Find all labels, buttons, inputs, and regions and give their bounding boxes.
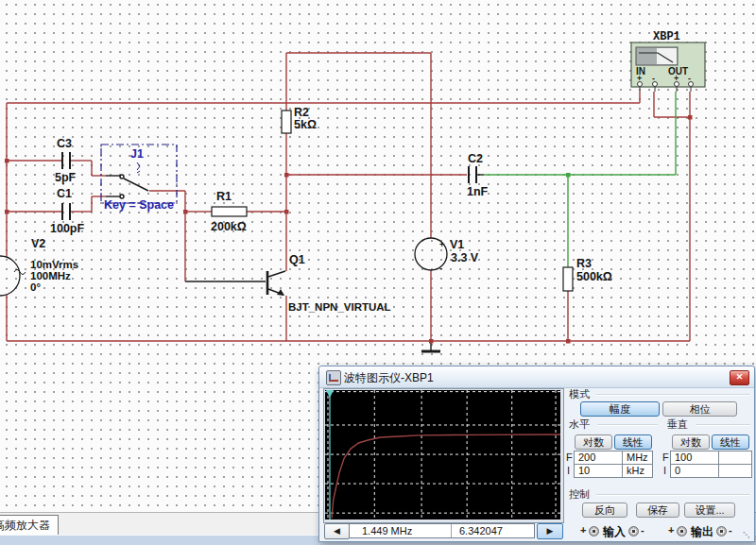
capacitor-c3 <box>62 152 70 169</box>
xbp1-in-minus: - <box>652 74 655 83</box>
vertical-i-value[interactable]: 0 <box>670 464 719 478</box>
horizontal-i-label: I <box>567 465 570 476</box>
xbp1-in-plus: + <box>637 74 642 83</box>
vertical-log-button[interactable]: 对数 <box>672 434 710 450</box>
r3-ref[interactable]: R3 <box>576 257 592 270</box>
reverse-button[interactable]: 反向 <box>582 502 627 518</box>
cursor-right-button[interactable]: ▶ <box>537 523 563 539</box>
bode-window-title: 波特图示仪-XBP1 <box>344 370 434 386</box>
j1-key-label[interactable]: Key = Space <box>104 198 174 212</box>
vertical-linear-button[interactable]: 线性 <box>712 434 749 450</box>
out-terminal-label: 输出 <box>691 524 713 540</box>
xbp1-ref[interactable]: XBP1 <box>653 30 680 43</box>
resize-grip[interactable]: ⋱ <box>743 531 751 539</box>
bode-plot-svg[interactable] <box>325 390 560 519</box>
q1-value[interactable]: BJT_NPN_VIRTUAL <box>288 301 391 313</box>
v2-value-1[interactable]: 10mVrms <box>30 259 78 270</box>
out-minus-terminal-icon <box>716 526 727 536</box>
r3-value[interactable]: 500kΩ <box>576 270 612 283</box>
q1-ref[interactable]: Q1 <box>289 253 305 266</box>
out-plus-sign: + <box>668 524 674 536</box>
c2-ref[interactable]: C2 <box>468 152 483 165</box>
vertical-i-label: I <box>663 465 666 476</box>
xbp1-out-plus: + <box>674 74 679 83</box>
bode-window-icon <box>326 370 341 385</box>
cursor-left-button[interactable]: ◀ <box>324 523 350 539</box>
c1-ref[interactable]: C1 <box>57 187 72 200</box>
cursor-readout-bar: ◀ 1.449 MHz 6.342047 ▶ <box>323 523 562 538</box>
in-terminal-label: 输入 <box>603 524 626 540</box>
c3-ref[interactable]: C3 <box>57 137 72 150</box>
phase-button[interactable]: 相位 <box>662 401 737 417</box>
c3-value[interactable]: 5pF <box>55 171 77 184</box>
resistor-r3 <box>563 267 573 291</box>
cursor-value: 6.342047 <box>459 524 503 537</box>
r2-ref[interactable]: R2 <box>294 106 309 119</box>
save-button[interactable]: 保存 <box>636 502 679 518</box>
r2-value[interactable]: 5kΩ <box>294 118 317 131</box>
vertical-i-unit[interactable] <box>718 464 752 478</box>
switch-blade <box>124 179 148 191</box>
horizontal-i-unit[interactable]: kHz <box>622 464 653 478</box>
cursor-frequency: 1.449 MHz <box>362 524 412 537</box>
bode-title-bar[interactable]: 波特图示仪-XBP1 ✕ <box>319 366 754 388</box>
settings-button[interactable]: 设置... <box>684 502 735 518</box>
in-plus-sign: + <box>580 524 586 536</box>
in-minus-sign: - <box>641 524 644 536</box>
close-button[interactable]: ✕ <box>730 370 749 385</box>
j1-ref[interactable]: J1 <box>130 147 144 161</box>
switch-contact-top <box>120 175 124 179</box>
multisim-workspace: C3 5pF C1 100pF V2 10mVrms 100MHz 0° J1 … <box>0 0 756 545</box>
r1-value[interactable]: 200kΩ <box>211 220 247 233</box>
in-plus-terminal-icon <box>589 526 599 536</box>
horizontal-f-unit[interactable]: MHz <box>622 451 653 465</box>
r1-ref[interactable]: R1 <box>216 190 232 203</box>
v1-minus: - <box>439 264 442 273</box>
bode-plotter-window: 波特图示仪-XBP1 ✕ ◀ 1.449 MHz 6.342047 ▶ 模式 幅… <box>318 366 755 542</box>
horizontal-f-label: F <box>566 451 573 463</box>
horizontal-log-button[interactable]: 对数 <box>575 434 612 450</box>
mode-group-label: 模式 <box>569 387 590 401</box>
c1-value[interactable]: 100pF <box>50 222 84 235</box>
wires-green[interactable] <box>484 92 676 267</box>
resistor-r2 <box>282 111 291 133</box>
v2-value-3[interactable]: 0° <box>30 281 41 293</box>
resistor-r1 <box>212 207 247 216</box>
horizontal-f-value[interactable]: 200 <box>574 451 623 465</box>
capacitor-c2 <box>469 166 476 183</box>
v1-value[interactable]: 3.3 V <box>451 251 479 264</box>
horizontal-i-value[interactable]: 10 <box>574 464 623 478</box>
control-group-label: 控制 <box>569 487 590 502</box>
v2-ref[interactable]: V2 <box>31 237 45 250</box>
cursor-readout-field: 1.449 MHz 6.342047 <box>349 523 535 538</box>
vertical-f-value[interactable]: 100 <box>670 451 719 465</box>
c2-value[interactable]: 1nF <box>467 185 489 198</box>
vertical-group-label: 垂直 <box>667 417 688 432</box>
v1-plus: + <box>439 240 444 249</box>
source-v2 <box>0 256 26 296</box>
horizontal-group-label: 水平 <box>569 417 590 432</box>
xbp1-out-minus: - <box>688 74 691 83</box>
v1-ref[interactable]: V1 <box>450 238 464 251</box>
out-plus-terminal-icon <box>677 526 687 536</box>
magnitude-button[interactable]: 幅度 <box>580 401 660 417</box>
horizontal-linear-button[interactable]: 线性 <box>614 434 652 450</box>
capacitor-c1 <box>62 203 70 220</box>
v2-value-2[interactable]: 100MHz <box>30 270 71 281</box>
bode-plot-panel <box>323 388 564 523</box>
vertical-f-label: F <box>662 451 669 463</box>
out-minus-sign: - <box>729 524 732 536</box>
in-minus-terminal-icon <box>628 526 639 536</box>
transistor-q1 <box>267 271 285 296</box>
vertical-f-unit[interactable] <box>718 451 752 465</box>
